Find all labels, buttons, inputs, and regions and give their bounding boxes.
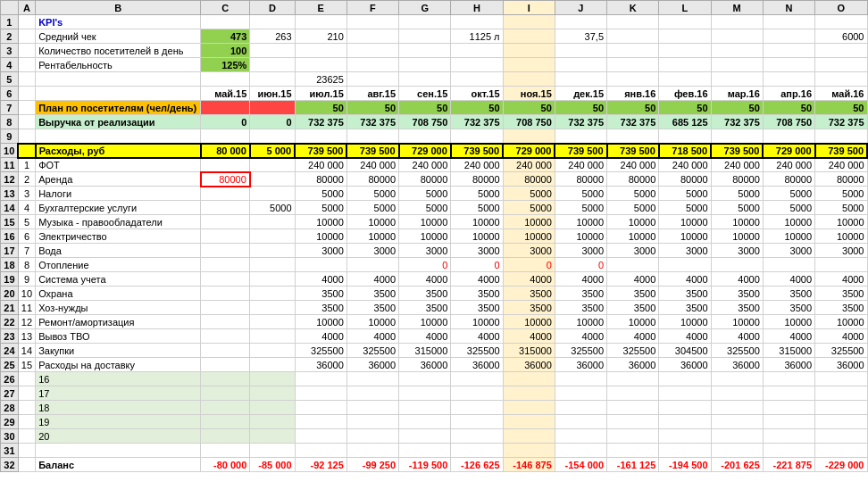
cell-13e: 5000 xyxy=(295,187,346,201)
cell-4e xyxy=(295,58,346,72)
cell-26c xyxy=(201,372,250,386)
cell-4c: 125% xyxy=(201,58,250,72)
cell-8e-rev: 732 375 xyxy=(295,115,346,129)
cell-6j-month: дек.15 xyxy=(555,87,606,101)
cell-17m: 3000 xyxy=(711,244,763,258)
cell-30j xyxy=(555,429,606,444)
cell-6o-month: май.16 xyxy=(815,87,867,101)
cell-26i xyxy=(503,372,555,386)
cell-18a: 8 xyxy=(18,258,35,272)
cell-28b: 18 xyxy=(36,401,201,415)
cell-15k: 10000 xyxy=(607,215,659,229)
cell-10b-expenses-label: Расходы, руб xyxy=(36,144,201,158)
cell-5k xyxy=(607,72,659,87)
cell-13k: 5000 xyxy=(607,187,659,201)
cell-10n-exp: 729 000 xyxy=(763,144,814,158)
rownum-29: 29 xyxy=(1,415,19,429)
cell-6n-month: апр.16 xyxy=(763,87,814,101)
cell-31a xyxy=(18,444,35,458)
cell-3h xyxy=(451,44,503,58)
cell-16m: 10000 xyxy=(711,229,763,244)
cell-5h xyxy=(451,72,503,87)
cell-32f-balance: -99 250 xyxy=(346,458,398,472)
cell-32c-balance: -80 000 xyxy=(201,458,250,472)
cell-12b: Аренда xyxy=(36,172,201,187)
cell-31c xyxy=(201,444,250,458)
cell-19k: 4000 xyxy=(607,272,659,287)
cell-17c xyxy=(201,244,250,258)
cell-18d xyxy=(250,258,295,272)
cell-24h: 325500 xyxy=(451,344,503,358)
row-25-delivery: 25 15 Расходы на доставку 36000 36000 36… xyxy=(1,358,868,372)
cell-11f: 240 000 xyxy=(346,158,398,172)
cell-15o: 10000 xyxy=(815,215,867,229)
cell-8b-revenue-label: Выручка от реализации xyxy=(36,115,201,129)
cell-19a: 9 xyxy=(18,272,35,287)
cell-1j xyxy=(555,15,606,29)
cell-28l xyxy=(659,401,711,415)
cell-30k xyxy=(607,429,659,444)
cell-26e xyxy=(295,372,346,386)
cell-2e: 210 xyxy=(295,29,346,44)
cell-12j: 80000 xyxy=(555,172,606,187)
cell-24f: 325500 xyxy=(346,344,398,358)
cell-29e xyxy=(295,415,346,429)
cell-18c xyxy=(201,258,250,272)
cell-26o xyxy=(815,372,867,386)
cell-19o: 4000 xyxy=(815,272,867,287)
cell-26a xyxy=(18,372,35,386)
cell-12l: 80000 xyxy=(659,172,711,187)
cell-17b: Вода xyxy=(36,244,201,258)
cell-10o-exp: 739 500 xyxy=(815,144,867,158)
cell-13f: 5000 xyxy=(346,187,398,201)
cell-26h xyxy=(451,372,503,386)
cell-28n xyxy=(763,401,814,415)
cell-9b xyxy=(36,129,201,144)
cell-12d xyxy=(250,172,295,187)
row-31: 31 xyxy=(1,444,868,458)
cell-8d-rev: 0 xyxy=(250,115,295,129)
cell-11b: ФОТ xyxy=(36,158,201,172)
cell-9g xyxy=(399,129,451,144)
cell-25o: 36000 xyxy=(815,358,867,372)
cell-9j xyxy=(555,129,606,144)
cell-25h: 36000 xyxy=(451,358,503,372)
cell-28h xyxy=(451,401,503,415)
col-header-rownum xyxy=(1,1,19,15)
rownum-4: 4 xyxy=(1,58,19,72)
cell-22e: 10000 xyxy=(295,315,346,329)
cell-29g xyxy=(399,415,451,429)
cell-21c xyxy=(201,301,250,315)
cell-4b: Рентабельность xyxy=(36,58,201,72)
cell-21n: 3500 xyxy=(763,301,814,315)
cell-7c xyxy=(201,101,250,115)
cell-17a: 7 xyxy=(18,244,35,258)
cell-29n xyxy=(763,415,814,429)
cell-30d xyxy=(250,429,295,444)
cell-27i xyxy=(503,386,555,401)
rownum-16: 16 xyxy=(1,229,19,244)
cell-19j: 4000 xyxy=(555,272,606,287)
cell-9a xyxy=(18,129,35,144)
cell-31h xyxy=(451,444,503,458)
row-10-expenses: 10 Расходы, руб 80 000 5 000 739 500 739… xyxy=(1,144,868,158)
cell-5j xyxy=(555,72,606,87)
cell-1f xyxy=(346,15,398,29)
row-8-revenue: 8 Выручка от реализации 0 0 732 375 732 … xyxy=(1,115,868,129)
cell-32m-balance: -201 625 xyxy=(711,458,763,472)
cell-27a xyxy=(18,386,35,401)
cell-3e xyxy=(295,44,346,58)
rownum-12: 12 xyxy=(1,172,19,187)
cell-10f-exp: 739 500 xyxy=(346,144,398,158)
row-23-waste: 23 13 Вывоз ТВО 4000 4000 4000 4000 4000… xyxy=(1,329,868,344)
cell-22j: 10000 xyxy=(555,315,606,329)
cell-15d xyxy=(250,215,295,229)
cell-29f xyxy=(346,415,398,429)
cell-29i xyxy=(503,415,555,429)
row-16-electricity: 16 6 Электричество 10000 10000 10000 100… xyxy=(1,229,868,244)
cell-18j: 0 xyxy=(555,258,606,272)
cell-25a: 15 xyxy=(18,358,35,372)
cell-32d-balance: -85 000 xyxy=(250,458,295,472)
cell-31m xyxy=(711,444,763,458)
column-headers: A B C D E F G H I J K L M N O xyxy=(1,1,868,15)
